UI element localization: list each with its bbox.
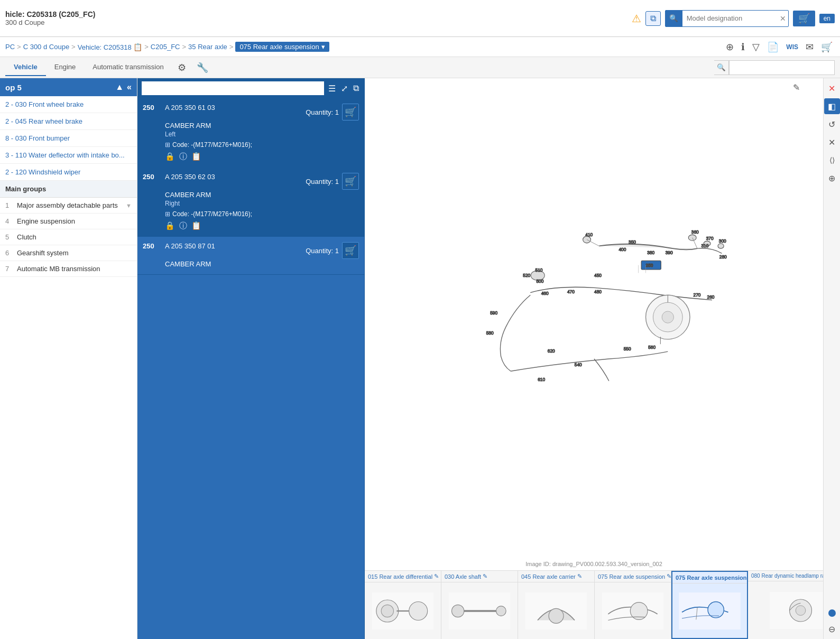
part-cart-button-1[interactable]: 🛒 bbox=[342, 104, 359, 121]
language-badge[interactable]: en bbox=[819, 14, 835, 23]
breadcrumb-c205fc[interactable]: C205_FC bbox=[151, 43, 180, 51]
wis-tool-button[interactable]: WIS bbox=[784, 42, 800, 52]
doc-tool-button[interactable]: 📄 bbox=[765, 40, 781, 54]
sidebar-item-windshield-wiper[interactable]: 2 - 120 Windshield wiper bbox=[0, 164, 137, 181]
filter-tool-button[interactable]: ▽ bbox=[750, 40, 762, 54]
thumbnail-edit-icon-4[interactable]: ✎ bbox=[667, 573, 671, 580]
sidebar-group-auto-transmission[interactable]: 7 Automatic MB transmission bbox=[0, 261, 137, 277]
sidebar-item-water-deflector[interactable]: 3 - 110 Water deflector with intake bo..… bbox=[0, 147, 137, 164]
breadcrumb-vehicle[interactable]: Vehicle: C205318 📋 bbox=[78, 43, 143, 51]
part-name-2: CAMBER ARM bbox=[143, 190, 359, 200]
thumbnail-edit-icon-1[interactable]: ✎ bbox=[434, 573, 439, 580]
svg-point-46 bbox=[409, 601, 428, 620]
part-item-3[interactable]: 250 A 205 350 87 01 Quantity: 1 🛒 CAMBER… bbox=[137, 237, 364, 275]
svg-text:250: 250 bbox=[645, 263, 653, 268]
right-zoom-out-button[interactable]: ⊖ bbox=[824, 621, 840, 637]
settings-tab-icon[interactable]: ⚙ bbox=[172, 59, 191, 77]
sidebar-group-clutch[interactable]: 5 Clutch bbox=[0, 229, 137, 245]
sidebar-collapse-icon[interactable]: « bbox=[127, 82, 132, 92]
alert-icon[interactable]: ⚠ bbox=[632, 12, 641, 25]
part-doc-icon-2[interactable]: 📋 bbox=[191, 221, 201, 231]
parts-list-view-button[interactable]: ☰ bbox=[327, 82, 337, 95]
thumbnail-img-6 bbox=[748, 581, 823, 639]
part-item-1[interactable]: 250 A 205 350 61 03 Quantity: 1 🛒 CAMBER… bbox=[137, 98, 364, 168]
svg-text:370: 370 bbox=[706, 236, 713, 241]
sidebar-item-front-wheel-brake[interactable]: 2 - 030 Front wheel brake bbox=[0, 96, 137, 113]
svg-text:300: 300 bbox=[718, 238, 726, 243]
parts-expand-button[interactable]: ⤢ bbox=[340, 82, 349, 95]
group-num-7: 7 bbox=[5, 265, 14, 273]
part-qty-label-1: Quantity: 1 bbox=[306, 108, 339, 116]
right-zoom-in-button[interactable]: ⊕ bbox=[824, 170, 840, 186]
thumbnail-edit-icon-2[interactable]: ✎ bbox=[483, 573, 487, 580]
part-info-icon-1[interactable]: ⓘ bbox=[179, 152, 187, 162]
thumbnail-img-4 bbox=[595, 582, 671, 639]
svg-text:410: 410 bbox=[585, 231, 593, 237]
part-item-2[interactable]: 250 A 205 350 62 03 Quantity: 1 🛒 CAMBER… bbox=[137, 168, 364, 237]
sidebar-up-icon[interactable]: ▲ bbox=[115, 82, 124, 92]
thumbnail-075-rear-axle-suspension-1[interactable]: 075 Rear axle suspension ✎ bbox=[595, 571, 671, 639]
part-doc-icon-1[interactable]: 📋 bbox=[191, 152, 201, 162]
cart-tool-button[interactable]: 🛒 bbox=[819, 40, 835, 54]
search-input[interactable] bbox=[682, 14, 778, 22]
parts-new-window-button[interactable]: ⧉ bbox=[352, 82, 360, 94]
diagram-image-id: Image ID: drawing_PV000.002.593.340_vers… bbox=[365, 559, 823, 569]
tab-vehicle[interactable]: Vehicle bbox=[5, 59, 46, 76]
part-qty-2: Quantity: 1 🛒 bbox=[306, 173, 359, 190]
thumbnail-015-rear-axle-differential[interactable]: 015 Rear axle differential ✎ bbox=[365, 571, 441, 639]
thumbnail-075-rear-axle-suspension-2[interactable]: 075 Rear axle suspension ✎ bbox=[671, 571, 748, 639]
part-cart-button-3[interactable]: 🛒 bbox=[342, 242, 359, 259]
breadcrumb-rear-axle[interactable]: 35 Rear axle bbox=[188, 43, 227, 51]
svg-text:280: 280 bbox=[719, 254, 726, 259]
thumbnail-svg-5 bbox=[675, 592, 745, 629]
zoom-in-tool-button[interactable]: ⊕ bbox=[724, 40, 736, 54]
right-history-button[interactable]: ↺ bbox=[824, 116, 840, 132]
svg-text:260: 260 bbox=[707, 294, 714, 299]
breadcrumb-pc[interactable]: PC bbox=[5, 43, 15, 51]
breadcrumb-coupe[interactable]: C 300 d Coupe bbox=[23, 43, 69, 51]
copy-icon[interactable]: ⧉ bbox=[645, 11, 661, 26]
svg-point-53 bbox=[549, 608, 564, 623]
sidebar-group-major-assembly[interactable]: 1 Major assembly detachable parts ▼ bbox=[0, 198, 137, 214]
part-cart-button-2[interactable]: 🛒 bbox=[342, 173, 359, 190]
chevron-down-icon: ▾ bbox=[321, 43, 325, 51]
sidebar-header: op 5 ▲ « bbox=[0, 78, 137, 96]
thumbnail-030-axle-shaft[interactable]: 030 Axle shaft ✎ bbox=[441, 571, 518, 639]
thumbnail-strip: 015 Rear axle differential ✎ bbox=[365, 570, 823, 639]
sidebar-item-rear-wheel-brake[interactable]: 2 - 045 Rear wheel brake bbox=[0, 113, 137, 130]
sidebar-group-gearshift[interactable]: 6 Gearshift system bbox=[0, 245, 137, 261]
thumbnail-045-rear-axle-carrier[interactable]: 045 Rear axle carrier ✎ bbox=[518, 571, 595, 639]
cart-add-button[interactable]: 🛒 bbox=[793, 11, 815, 26]
diagram-edit-button[interactable]: ✎ bbox=[793, 82, 800, 92]
right-close-button[interactable]: ✕ bbox=[824, 80, 840, 96]
nav-search-input[interactable] bbox=[729, 60, 835, 75]
diagram-svg-container[interactable]: 360 370 300 410 350 bbox=[365, 78, 823, 570]
svg-text:450: 450 bbox=[594, 272, 602, 277]
svg-text:520: 520 bbox=[523, 272, 530, 277]
thumbnail-label-6: 080 Rear dynamic headlamp range control … bbox=[751, 573, 823, 579]
mail-tool-button[interactable]: ✉ bbox=[804, 40, 816, 54]
part-header-3: 250 A 205 350 87 01 Quantity: 1 🛒 bbox=[143, 242, 359, 259]
parts-search-input[interactable] bbox=[142, 81, 324, 95]
part-qty-label-2: Quantity: 1 bbox=[306, 178, 339, 186]
thumbnail-edit-icon-3[interactable]: ✎ bbox=[577, 573, 582, 580]
sidebar-title: op 5 bbox=[5, 83, 22, 92]
right-active-button[interactable]: ◧ bbox=[824, 98, 840, 114]
info-tool-button[interactable]: ℹ bbox=[739, 40, 747, 54]
thumbnail-080-rear-dynamic-headlamp[interactable]: 080 Rear dynamic headlamp range control … bbox=[748, 571, 823, 639]
right-split-button[interactable]: ⟨⟩ bbox=[824, 152, 840, 168]
right-remove-button[interactable]: ✕ bbox=[824, 134, 840, 150]
sidebar-item-front-bumper[interactable]: 8 - 030 Front bumper bbox=[0, 130, 137, 147]
search-clear-button[interactable]: ✕ bbox=[778, 14, 788, 23]
tab-automatic-transmission[interactable]: Automatic transmission bbox=[84, 59, 172, 76]
nav-search-button[interactable]: 🔍 bbox=[714, 60, 729, 75]
part-lock-icon-1[interactable]: 🔒 bbox=[165, 152, 175, 162]
search-button[interactable]: 🔍 bbox=[666, 10, 682, 27]
breadcrumb-current[interactable]: 075 Rear axle suspension ▾ bbox=[235, 42, 329, 52]
part-lock-icon-2[interactable]: 🔒 bbox=[165, 221, 175, 231]
sidebar-group-engine-suspension[interactable]: 4 Engine suspension bbox=[0, 214, 137, 229]
grid-icon-1: ⊞ bbox=[165, 141, 170, 149]
part-info-icon-2[interactable]: ⓘ bbox=[179, 221, 187, 231]
wrench-tab-icon[interactable]: 🔧 bbox=[191, 59, 214, 77]
tab-engine[interactable]: Engine bbox=[46, 59, 84, 76]
